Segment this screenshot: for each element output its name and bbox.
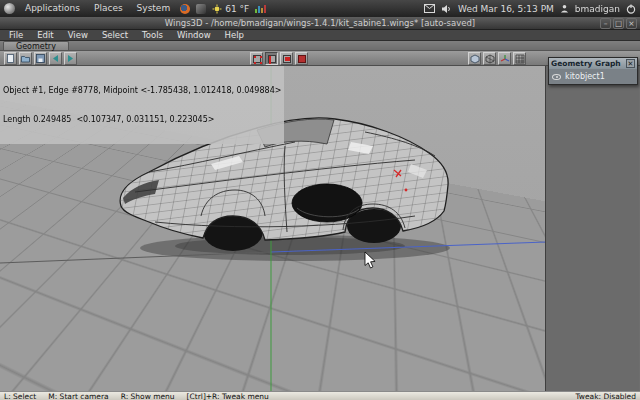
- geometry-object-item[interactable]: kitobject1: [565, 72, 605, 81]
- vertex-mode-button[interactable]: [250, 52, 263, 65]
- hint-left-click: L: Select: [4, 392, 36, 400]
- open-button[interactable]: [19, 52, 32, 65]
- smooth-preview-button[interactable]: [468, 52, 481, 65]
- tab-geometry[interactable]: Geometry: [3, 41, 69, 50]
- panel-left: Applications Places System 61 °F: [4, 0, 266, 17]
- view-toolbar-group: [468, 52, 526, 65]
- menubar: File Edit View Select Tools Window Help: [0, 30, 640, 41]
- volume-icon[interactable]: [441, 4, 452, 14]
- applications-menu[interactable]: Applications: [21, 0, 84, 17]
- menu-view[interactable]: View: [61, 30, 95, 41]
- menu-edit[interactable]: Edit: [30, 30, 60, 41]
- grid-toggle-button[interactable]: [513, 52, 526, 65]
- window-title: Wings3D - /home/bmadigan/wings-1.4.1/kit…: [0, 18, 640, 28]
- weather-applet[interactable]: 61 °F: [212, 4, 249, 14]
- workspace: Object #1, Edge #8778, Midpoint <-1.7854…: [0, 66, 640, 391]
- redo-button[interactable]: [64, 52, 77, 65]
- menu-tools[interactable]: Tools: [135, 30, 170, 41]
- edge-mode-button[interactable]: [265, 52, 278, 65]
- menu-select[interactable]: Select: [95, 30, 135, 41]
- places-menu[interactable]: Places: [90, 0, 127, 17]
- geometry-graph-list: kitobject1: [549, 69, 637, 84]
- weather-temp: 61 °F: [225, 4, 249, 14]
- menu-window[interactable]: Window: [170, 30, 218, 41]
- close-button[interactable]: ×: [626, 18, 637, 29]
- distro-logo-icon[interactable]: [4, 3, 15, 14]
- menu-help[interactable]: Help: [218, 30, 251, 41]
- wings3d-window: Wings3D - /home/bmadigan/wings-1.4.1/kit…: [0, 17, 640, 400]
- tweak-status: Tweak: Disabled: [575, 392, 636, 400]
- app-launcher-icon[interactable]: [196, 4, 206, 14]
- geometry-graph-panel: Geometry Graph ✕ kitobject1: [548, 57, 638, 85]
- body-mode-button[interactable]: [295, 52, 308, 65]
- statusbar: L: Select M: Start camera R: Show menu […: [0, 391, 640, 400]
- window-controls: – □ ×: [600, 18, 637, 29]
- visibility-eye-icon[interactable]: [552, 74, 561, 80]
- hint-ctrl-right: [Ctrl]+R: Tweak menu: [187, 392, 269, 400]
- screen: Applications Places System 61 °F: [0, 0, 640, 400]
- system-menu[interactable]: System: [133, 0, 175, 17]
- body-cube-icon: [298, 55, 306, 63]
- hint-middle-click: M: Start camera: [48, 392, 108, 400]
- user-menu[interactable]: bmadigan: [575, 4, 620, 14]
- geometry-graph-titlebar[interactable]: Geometry Graph ✕: [549, 58, 637, 69]
- panel-right: Wed Mar 16, 5:13 PM bmadigan: [424, 0, 636, 17]
- titlebar[interactable]: Wings3D - /home/bmadigan/wings-1.4.1/kit…: [0, 17, 640, 30]
- clock[interactable]: Wed Mar 16, 5:13 PM: [458, 4, 554, 14]
- side-intake: [292, 184, 362, 222]
- power-icon[interactable]: [626, 4, 636, 14]
- mail-icon[interactable]: [424, 4, 435, 13]
- wireframe-toggle-button[interactable]: [483, 52, 496, 65]
- desktop-panel: Applications Places System 61 °F: [0, 0, 640, 17]
- new-button[interactable]: [4, 52, 17, 65]
- geometry-graph-close-icon[interactable]: ✕: [626, 59, 635, 68]
- face-mode-button[interactable]: [280, 52, 293, 65]
- toolbar: [0, 51, 640, 66]
- firefox-icon[interactable]: [180, 4, 190, 14]
- file-toolbar-group: [4, 52, 77, 65]
- tabrow: Geometry: [0, 41, 640, 51]
- geometry-graph-title: Geometry Graph: [551, 59, 626, 68]
- hint-right-click: R: Show menu: [121, 392, 175, 400]
- info-line-2: Length 0.249485 <0.107347, 0.031151, 0.2…: [3, 115, 281, 125]
- minimize-button[interactable]: –: [600, 18, 611, 29]
- side-area: Geometry Graph ✕ kitobject1: [546, 66, 639, 391]
- weather-icon: [212, 4, 222, 14]
- maximize-button[interactable]: □: [613, 18, 624, 29]
- selection-mode-group: [250, 52, 308, 65]
- info-line-1: Object #1, Edge #8778, Midpoint <-1.7854…: [3, 86, 281, 96]
- undo-button[interactable]: [49, 52, 62, 65]
- menu-file[interactable]: File: [2, 30, 30, 41]
- save-button[interactable]: [34, 52, 47, 65]
- user-icon: [560, 4, 569, 13]
- system-monitor-icon[interactable]: [255, 4, 266, 13]
- geometry-viewport[interactable]: Object #1, Edge #8778, Midpoint <-1.7854…: [0, 66, 546, 391]
- axes-toggle-button[interactable]: [498, 52, 511, 65]
- selection-info: Object #1, Edge #8778, Midpoint <-1.7854…: [0, 66, 284, 144]
